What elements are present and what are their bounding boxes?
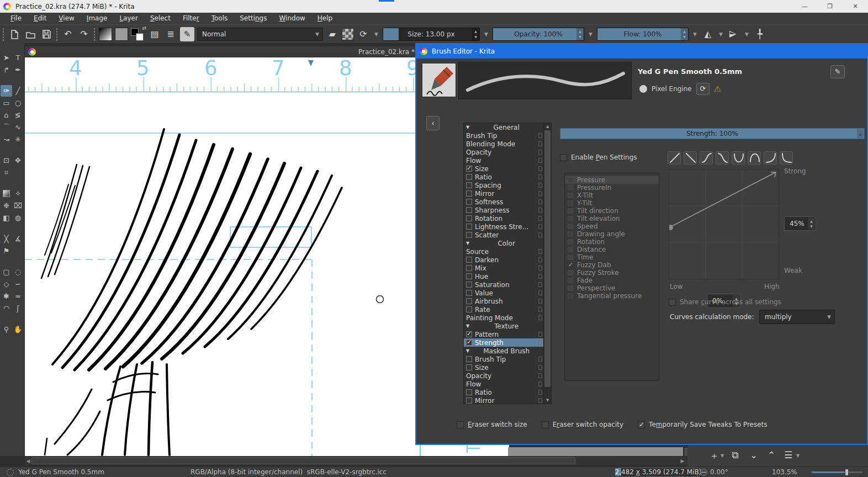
enable-pen-settings-checkbox[interactable]: Enable Pen Settings (560, 153, 637, 161)
rectangular-selection-tool[interactable]: ▢ (1, 266, 12, 278)
color-sampler-tool[interactable]: ✧ (12, 188, 24, 199)
menu-item[interactable]: Edit (28, 13, 52, 24)
brush-size-slider[interactable]: Size: 13.00 px ▲▼ (383, 28, 480, 41)
move-layer-up-button[interactable]: ⌃ (768, 449, 775, 460)
settings-list-row[interactable]: ▼ Rate (464, 305, 543, 314)
new-document-button[interactable] (8, 28, 21, 41)
calligraphy-tool[interactable]: ✒ (12, 64, 24, 76)
locked-setting-icon[interactable] (538, 232, 542, 237)
sensor-row[interactable]: Fuzzy Dab (565, 261, 659, 269)
settings-list-row[interactable]: ▼ Blending Mode (464, 140, 543, 148)
layer-properties-dropdown-icon[interactable]: ▼ (796, 453, 800, 458)
sensor-checkbox[interactable] (568, 285, 573, 291)
flow-spinner[interactable]: ▲▼ (681, 28, 688, 40)
row-checkbox[interactable] (466, 356, 472, 362)
settings-list-row[interactable]: ▼ Flow (464, 156, 543, 165)
settings-list-row[interactable]: ▼ Brush Tip (464, 355, 543, 363)
scroll-up-icon[interactable]: ▲ (544, 123, 551, 130)
row-checkbox[interactable] (466, 398, 472, 404)
pan-tool[interactable]: ✋ (12, 324, 24, 335)
image-dimensions[interactable]: 2,482 x 3,509 (274.7 MiB) (618, 468, 698, 477)
locked-setting-icon[interactable] (538, 398, 542, 403)
menu-item[interactable]: Tools (205, 13, 234, 24)
workspace-chooser-button[interactable]: ▤ (148, 28, 161, 41)
row-checkbox[interactable] (466, 306, 472, 312)
duplicate-layer-button[interactable]: ⧉ (732, 449, 738, 460)
locked-setting-icon[interactable] (538, 282, 542, 287)
sensor-row[interactable]: Time (565, 253, 659, 261)
tool-button[interactable] (1, 319, 12, 323)
locked-setting-icon[interactable] (538, 133, 542, 138)
freehand-brush-tool[interactable]: ✑ (1, 85, 12, 97)
sensor-checkbox[interactable] (568, 200, 573, 206)
add-layer-dropdown-icon[interactable]: ▼ (721, 453, 724, 458)
locked-setting-icon[interactable] (538, 249, 542, 254)
zoom-slider-handle[interactable] (845, 469, 849, 476)
row-checkbox[interactable] (466, 364, 472, 370)
redo-button[interactable]: ↷ (77, 28, 91, 41)
tool-button[interactable] (1, 150, 12, 154)
settings-list-row[interactable]: ▼ Texture (464, 322, 543, 330)
flow-slider[interactable]: Flow: 100% ▲▼ (597, 28, 689, 41)
transform-tool[interactable]: ⊡ (1, 155, 12, 166)
move-tool[interactable]: ✥ (12, 155, 24, 166)
locked-setting-icon[interactable] (538, 183, 542, 188)
sensor-row[interactable]: Perspective (565, 284, 659, 292)
colorize-mask-tool[interactable]: ❉ (1, 200, 12, 211)
settings-list-row[interactable]: ▼ Source (464, 247, 543, 256)
curve-arch-button[interactable] (748, 151, 761, 165)
mirror-horizontal-button[interactable]: ◭ (701, 28, 714, 41)
gradient-tool[interactable] (1, 188, 12, 199)
sensor-checkbox[interactable] (568, 278, 573, 283)
opacity-spinner[interactable]: ▲▼ (576, 28, 584, 40)
add-layer-button[interactable]: ＋ (710, 449, 719, 462)
sensor-checkbox[interactable] (568, 193, 573, 198)
assistants-tool[interactable]: ╳ (1, 233, 12, 245)
row-checkbox[interactable] (466, 232, 472, 238)
swap-colors-icon[interactable]: ⇄ (142, 25, 146, 31)
locked-setting-icon[interactable] (538, 191, 542, 196)
sensor-row[interactable]: Pressure (565, 176, 659, 184)
selection-mode-icon[interactable] (7, 469, 14, 476)
row-checkbox[interactable] (466, 207, 472, 213)
measure-tool[interactable]: ∡ (12, 233, 24, 245)
settings-list-row[interactable]: ▼ Mirror (464, 396, 543, 405)
curves-mode-select[interactable]: multiply ▼ (759, 310, 835, 324)
tool-button[interactable] (1, 229, 12, 232)
elliptical-selection-tool[interactable]: ◌ (12, 266, 24, 278)
settings-list-row[interactable]: ▼ Color (464, 239, 543, 247)
opacity-dropdown-icon[interactable]: ▼ (587, 31, 594, 37)
sensor-checkbox[interactable] (568, 239, 573, 245)
canvas-drawing[interactable] (25, 57, 415, 456)
bezier-selection-tool[interactable]: ◠ (1, 303, 12, 314)
curve-j-button[interactable] (764, 151, 777, 165)
background-color-swatch[interactable] (136, 33, 144, 41)
settings-list-row[interactable]: ▼ Strength (464, 338, 543, 347)
settings-list-row[interactable]: ▼ Size (464, 363, 543, 372)
settings-list-row[interactable]: ▼ Size (464, 165, 543, 173)
move-layer-down-button[interactable]: ⌄ (750, 449, 758, 460)
crop-tool[interactable]: ⌗ (1, 167, 12, 178)
sensor-row[interactable]: Y-Tilt (565, 199, 659, 207)
flow-dropdown-icon[interactable]: ▼ (691, 31, 698, 37)
sensor-row[interactable]: Fade (565, 277, 659, 284)
row-checkbox[interactable] (466, 331, 472, 337)
locked-setting-icon[interactable] (538, 141, 542, 146)
settings-list-row[interactable]: ▼ Rotation (464, 214, 543, 222)
curve-reverse-linear-button[interactable] (684, 151, 697, 165)
settings-list-row[interactable]: ▼ Opacity (464, 148, 543, 156)
pattern-chooser[interactable] (115, 28, 128, 41)
settings-list-row[interactable]: ▼ Darken (464, 256, 543, 264)
row-checkbox[interactable] (466, 265, 472, 271)
dynamic-brush-tool[interactable]: ↝ (1, 134, 12, 145)
footer-checkbox[interactable]: Temporarily Save Tweaks To Presets (638, 421, 767, 428)
restore-button[interactable]: ❐ (817, 0, 843, 13)
tool-button[interactable] (1, 315, 12, 319)
undo-button[interactable]: ↶ (61, 28, 75, 41)
scroll-left-icon[interactable]: ◀ (25, 457, 31, 465)
curve-editor[interactable] (669, 169, 779, 279)
row-checkbox[interactable] (466, 190, 472, 197)
smart-patch-tool[interactable]: ⌧ (12, 200, 24, 211)
sensor-checkbox[interactable] (568, 293, 573, 299)
checkbox-box[interactable] (560, 154, 567, 161)
